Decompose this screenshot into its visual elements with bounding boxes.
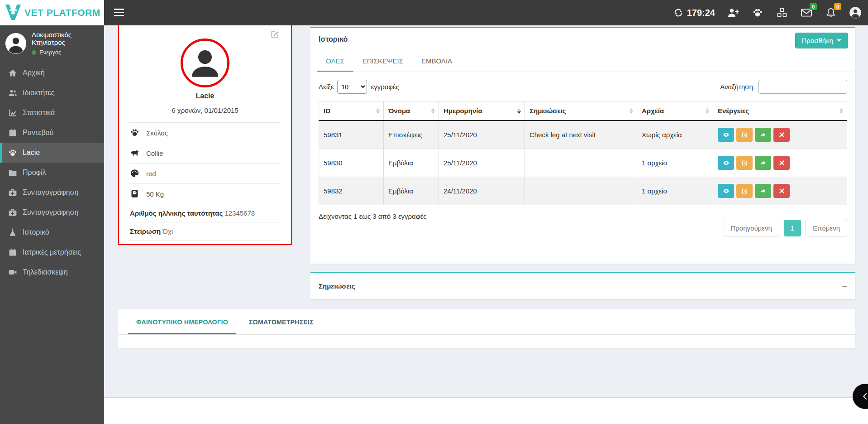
modules-button[interactable] xyxy=(776,6,788,19)
sidebar-item-prescription-2[interactable]: Συνταγογράφηση xyxy=(0,202,104,222)
x-icon xyxy=(779,188,785,194)
share-button[interactable] xyxy=(755,156,771,170)
sidebar-toggle-button[interactable] xyxy=(114,9,124,16)
calendar-icon xyxy=(8,248,17,257)
sort-icon xyxy=(376,108,380,114)
previous-page-button[interactable]: Προηγούμενη xyxy=(724,220,779,236)
bottom-tabs: ΦΑΙΝΟΤΥΠΙΚΟ ΗΜΕΡΟΛΟΓΙΟ ΣΩΜΑΤΟΜΕΤΡΗΣΕΙΣ xyxy=(118,309,855,335)
column-header-name[interactable]: Όνομα xyxy=(384,101,439,121)
sort-icon xyxy=(431,108,435,114)
sidebar-item-profile[interactable]: Προφίλ xyxy=(0,163,104,183)
pet-avatar-icon xyxy=(186,44,224,82)
weight-scale-icon xyxy=(130,189,140,199)
notes-title: Σημειώσεις xyxy=(319,282,355,290)
video-camera-icon xyxy=(8,268,17,277)
session-timer[interactable]: 179:24 xyxy=(673,8,715,18)
cell-files: 1 αρχείο xyxy=(637,177,713,205)
delete-button[interactable] xyxy=(773,184,790,198)
edit-pencil-icon xyxy=(741,131,748,138)
table-info: Δείχνοντας 1 εως 3 από 3 εγγραφές xyxy=(319,212,426,220)
cubes-icon xyxy=(776,7,788,18)
pet-age: 6 χρονών, 01/01/2015 xyxy=(119,106,291,114)
users-icon xyxy=(8,88,17,97)
cell-files: 1 αρχείο xyxy=(637,149,713,177)
view-button[interactable] xyxy=(718,156,734,170)
sidebar-item-medical-measurements[interactable]: Ιατρικές μετρήσεις xyxy=(0,242,104,262)
sort-icon xyxy=(706,108,709,114)
column-header-id[interactable]: ID xyxy=(319,101,384,121)
notifications-button[interactable]: 0 xyxy=(825,6,837,19)
paw-icon xyxy=(130,128,140,138)
delete-button[interactable] xyxy=(773,156,790,170)
edit-button[interactable] xyxy=(736,184,753,198)
cell-name: Εμβόλια xyxy=(384,177,439,205)
table-controls: Δείξε 10 εγγραφές Αναζήτηση: xyxy=(310,72,855,100)
sidebar-item-lacie[interactable]: Lacie xyxy=(0,143,104,163)
tab-all[interactable]: ΟΛΕΣ xyxy=(317,50,353,72)
calendar-icon xyxy=(8,128,17,137)
account-menu-button[interactable] xyxy=(849,6,862,19)
home-icon xyxy=(8,68,17,77)
page-size-select[interactable]: 10 xyxy=(337,80,367,94)
sidebar-item-appointments[interactable]: Ραντεβού xyxy=(0,123,104,143)
pet-species-row: Σκύλος xyxy=(129,122,281,143)
sidebar-item-teleconference[interactable]: Τηλεδιάσκεψη xyxy=(0,262,104,282)
delete-button[interactable] xyxy=(773,128,790,142)
sidebar-user-name: Δοκιμαστικός Κτηνίατρος xyxy=(32,31,99,46)
column-header-date[interactable]: Ημερομηνία xyxy=(439,101,525,121)
column-header-notes[interactable]: Σημειώσεις xyxy=(525,101,637,121)
sidebar-user-status: Ενεργός xyxy=(32,49,99,56)
share-button[interactable] xyxy=(755,128,771,142)
share-arrow-icon xyxy=(759,132,767,138)
share-arrow-icon xyxy=(759,160,767,166)
brand-logo[interactable]: VET PLATFORM xyxy=(0,0,104,25)
user-plus-icon xyxy=(727,7,739,18)
messages-button[interactable]: 0 xyxy=(800,6,813,19)
chevron-left-icon xyxy=(861,392,868,400)
pet-breed-row: Collie xyxy=(129,143,281,163)
share-button[interactable] xyxy=(755,184,771,198)
sidebar-user-avatar[interactable] xyxy=(5,33,26,54)
sidebar-item-owners[interactable]: Ιδιοκτήτες xyxy=(0,83,104,103)
sidebar-item-statistics[interactable]: Στατιστικά xyxy=(0,103,104,123)
add-user-button[interactable] xyxy=(727,6,739,19)
topbar-actions: 179:24 xyxy=(673,0,862,25)
sidebar-item-history[interactable]: Ιστορικό xyxy=(0,222,104,242)
collapse-minus-icon[interactable]: − xyxy=(842,282,847,291)
medkit-icon xyxy=(8,188,17,197)
pet-color-row: red xyxy=(129,163,281,183)
page-footer xyxy=(104,397,868,424)
tab-visits[interactable]: ΕΠΙΣΚΕΨΕΙΣ xyxy=(353,50,412,72)
view-button[interactable] xyxy=(718,128,734,142)
pet-avatar[interactable] xyxy=(181,39,229,87)
pets-button[interactable] xyxy=(751,6,764,19)
cell-name: Εμβόλια xyxy=(384,149,439,177)
pet-details-list: Σκύλος Collie red 50 Kg Αριθμός ηλ/νικής… xyxy=(129,122,281,241)
sidebar-menu: Αρχική Ιδιοκτήτες Στατιστικά Ραντεβού La… xyxy=(0,63,104,282)
edit-pet-button[interactable] xyxy=(270,29,279,39)
tab-body-measurements[interactable]: ΣΩΜΑΤΟΜΕΤΡΗΣΕΙΣ xyxy=(241,309,322,334)
next-page-button[interactable]: Επόμενη xyxy=(806,220,847,236)
edit-button[interactable] xyxy=(736,156,753,170)
topbar: VET PLATFORM 179:24 xyxy=(0,0,868,25)
edit-button[interactable] xyxy=(736,128,753,142)
sidebar-item-home[interactable]: Αρχική xyxy=(0,63,104,83)
search-input[interactable] xyxy=(758,80,847,94)
current-page-button[interactable]: 1 xyxy=(784,220,801,236)
tab-vaccines[interactable]: ΕΜΒΟΛΙΑ xyxy=(412,50,461,72)
paw-icon xyxy=(8,148,17,157)
column-header-files[interactable]: Αρχεία xyxy=(637,101,713,121)
flask-icon xyxy=(8,228,17,237)
sidebar-item-prescription-1[interactable]: Συνταγογράφηση xyxy=(0,183,104,202)
tab-phenotypic-diary[interactable]: ΦΑΙΝΟΤΥΠΙΚΟ ΗΜΕΡΟΛΟΓΙΟ xyxy=(128,309,236,334)
history-panel: Ιστορικό Προσθήκη ΟΛΕΣ ΕΠΙΣΚΕΨΕΙΣ ΕΜΒΟΛΙ… xyxy=(310,27,855,264)
cell-date: 25/11/2020 xyxy=(439,149,525,177)
add-record-button[interactable]: Προσθήκη xyxy=(795,33,849,48)
vet-platform-logo-icon xyxy=(5,4,22,22)
eye-icon xyxy=(722,131,730,138)
column-header-actions[interactable]: Ενέργειες xyxy=(713,101,847,121)
cell-notes xyxy=(525,149,637,177)
view-button[interactable] xyxy=(718,184,734,198)
cell-id: 59831 xyxy=(319,120,384,149)
pet-chip-id-row: Αριθμός ηλ/νικής ταυτότητας 12345678 xyxy=(129,204,281,222)
